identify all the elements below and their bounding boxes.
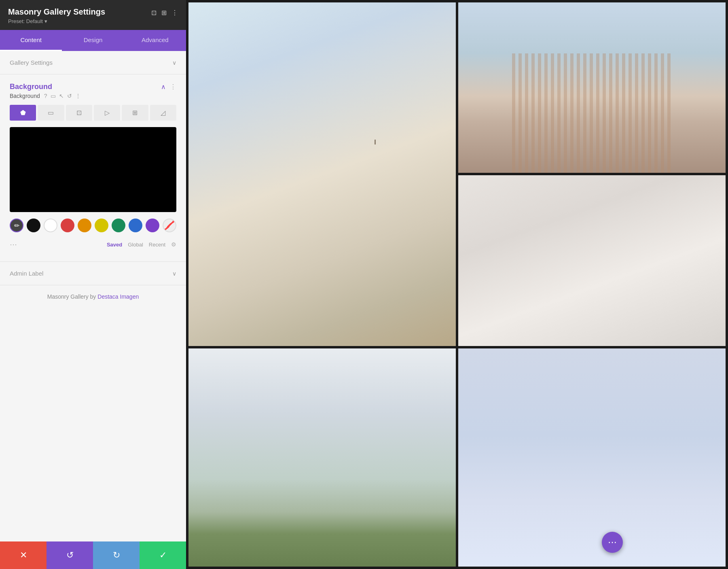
bg-device-icon[interactable]: ▭ bbox=[51, 93, 56, 99]
credit-text: Masonry Gallery by bbox=[47, 293, 97, 300]
bg-type-pattern[interactable]: ⊞ bbox=[122, 105, 148, 121]
bg-field-label: Background bbox=[10, 93, 40, 99]
swatch-yellow[interactable] bbox=[95, 219, 108, 232]
gallery-grid bbox=[186, 0, 728, 569]
undo-button[interactable]: ↺ bbox=[47, 541, 93, 569]
focus-icon[interactable]: ⊡ bbox=[151, 9, 157, 17]
bg-type-row: ⬟ ▭ ⊡ ▷ ⊞ ◿ bbox=[10, 105, 176, 121]
panel-title-group: Masonry Gallery Settings Preset: Default… bbox=[8, 7, 151, 24]
bg-color-icon: ⬟ bbox=[20, 109, 26, 117]
undo-icon: ↺ bbox=[66, 550, 74, 561]
background-options-icon[interactable]: ⋮ bbox=[170, 83, 176, 91]
save-button[interactable]: ✓ bbox=[140, 541, 186, 569]
redo-icon: ↻ bbox=[113, 550, 120, 561]
background-section: Background ∧ ⋮ Background ? ▭ ↖ ↺ ⋮ bbox=[0, 74, 186, 262]
bg-type-mask[interactable]: ◿ bbox=[150, 105, 176, 121]
swatch-orange[interactable] bbox=[78, 219, 91, 232]
redo-button[interactable]: ↻ bbox=[93, 541, 140, 569]
gallery-settings-section: Gallery Settings bbox=[0, 51, 186, 74]
panel-header-icons: ⊡ ⊞ ⋮ bbox=[151, 7, 178, 17]
swatch-blue[interactable] bbox=[129, 219, 142, 232]
admin-label-section: Admin Label bbox=[0, 262, 186, 285]
bg-image-icon: ⊡ bbox=[76, 109, 82, 117]
admin-label-title: Admin Label bbox=[10, 270, 43, 277]
background-collapse-icon[interactable]: ∧ bbox=[161, 83, 166, 91]
swatch-purple[interactable] bbox=[146, 219, 159, 232]
background-title: Background bbox=[10, 83, 52, 91]
cancel-button[interactable]: ✕ bbox=[0, 541, 47, 569]
credit-section: Masonry Gallery by Destaca Imagen bbox=[0, 285, 186, 308]
settings-panel: Masonry Gallery Settings Preset: Default… bbox=[0, 0, 186, 569]
admin-label-chevron bbox=[172, 270, 176, 277]
bg-type-image[interactable]: ⊡ bbox=[66, 105, 92, 121]
save-icon: ✓ bbox=[159, 550, 167, 561]
tab-advanced[interactable]: Advanced bbox=[124, 30, 186, 51]
gallery-item-dock bbox=[458, 2, 726, 173]
color-swatches: ✏ bbox=[10, 219, 176, 232]
bg-help-icon[interactable]: ? bbox=[44, 93, 47, 99]
panel-title: Masonry Gallery Settings bbox=[8, 7, 151, 17]
panel-header: Masonry Gallery Settings Preset: Default… bbox=[0, 0, 186, 30]
swatch-green[interactable] bbox=[112, 219, 125, 232]
bg-more-icon[interactable]: ⋮ bbox=[75, 93, 81, 99]
panel-preset[interactable]: Preset: Default ▾ bbox=[8, 18, 151, 24]
swatch-red[interactable] bbox=[61, 219, 74, 232]
bottom-bar: ✕ ↺ ↻ ✓ bbox=[0, 541, 186, 569]
gallery-item-couch bbox=[458, 175, 726, 346]
floating-button-icon: ⋯ bbox=[608, 537, 617, 548]
color-tab-global[interactable]: Global bbox=[128, 242, 143, 248]
tabs: Content Design Advanced bbox=[0, 30, 186, 51]
gallery-settings-chevron bbox=[172, 59, 176, 66]
credit-link[interactable]: Destaca Imagen bbox=[97, 293, 139, 300]
gallery-preview: ⋯ bbox=[186, 0, 728, 569]
gallery-item-desert bbox=[188, 2, 456, 346]
background-controls: Background ? ▭ ↖ ↺ ⋮ ⬟ ▭ bbox=[0, 93, 186, 261]
bg-cursor-icon[interactable]: ↖ bbox=[59, 93, 64, 99]
color-tab-saved[interactable]: Saved bbox=[107, 242, 122, 248]
color-tab-recent[interactable]: Recent bbox=[149, 242, 165, 248]
gallery-floating-button[interactable]: ⋯ bbox=[602, 532, 623, 553]
swatch-none[interactable] bbox=[163, 219, 176, 232]
cancel-icon: ✕ bbox=[20, 550, 27, 561]
color-tabs: Saved Global Recent ⚙ bbox=[107, 239, 176, 250]
layout-icon[interactable]: ⊞ bbox=[161, 9, 167, 17]
bg-type-color[interactable]: ⬟ bbox=[10, 105, 36, 121]
bg-pattern-icon: ⊞ bbox=[132, 109, 138, 117]
bg-label-icons: ? ▭ ↖ ↺ ⋮ bbox=[44, 93, 81, 99]
tab-design[interactable]: Design bbox=[62, 30, 124, 51]
tab-content[interactable]: Content bbox=[0, 30, 62, 51]
color-picker-swatch[interactable]: ✏ bbox=[10, 219, 23, 232]
bg-none-icon: ▭ bbox=[48, 109, 54, 117]
bg-type-video[interactable]: ▷ bbox=[94, 105, 120, 121]
gallery-settings-header[interactable]: Gallery Settings bbox=[0, 51, 186, 74]
gallery-item-bench bbox=[188, 348, 456, 567]
bg-type-none[interactable]: ▭ bbox=[38, 105, 64, 121]
color-settings-icon[interactable]: ⚙ bbox=[171, 241, 176, 248]
more-swatches-icon[interactable]: ⋯ bbox=[10, 240, 17, 249]
bg-video-icon: ▷ bbox=[105, 109, 110, 117]
bg-mask-icon: ◿ bbox=[161, 109, 165, 117]
gallery-settings-title: Gallery Settings bbox=[10, 59, 53, 66]
gallery-item-light bbox=[458, 348, 726, 567]
background-section-icons: ∧ ⋮ bbox=[161, 83, 176, 91]
bg-label-row: Background ? ▭ ↖ ↺ ⋮ bbox=[10, 93, 176, 99]
admin-label-header[interactable]: Admin Label bbox=[0, 262, 186, 285]
swatch-black[interactable] bbox=[27, 219, 40, 232]
more-options-icon[interactable]: ⋮ bbox=[171, 9, 178, 17]
panel-content: Gallery Settings Background ∧ ⋮ Backgrou… bbox=[0, 51, 186, 569]
color-preview[interactable] bbox=[10, 127, 176, 212]
swatch-white[interactable] bbox=[44, 219, 57, 232]
background-header-row: Background ∧ ⋮ bbox=[0, 74, 186, 93]
bg-reset-icon[interactable]: ↺ bbox=[67, 93, 72, 99]
